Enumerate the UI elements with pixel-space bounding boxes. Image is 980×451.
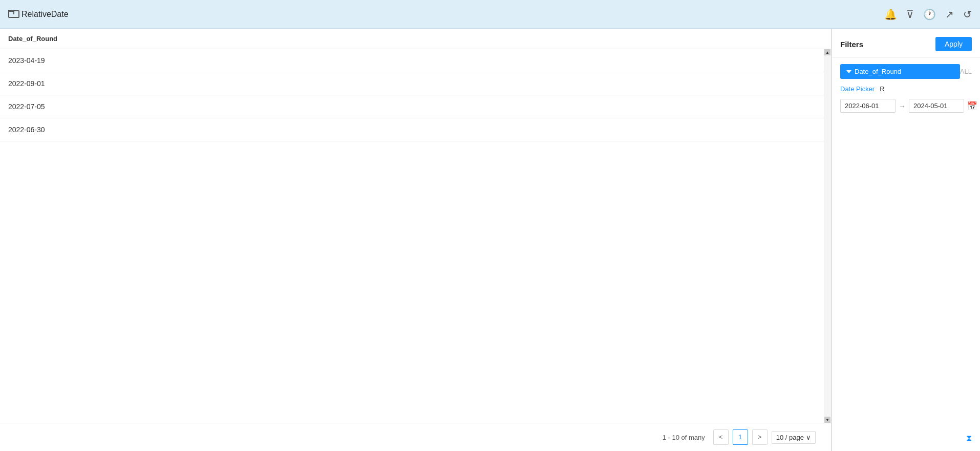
- header-icons: 🔔 ⊽ 🕐 ↗ ↺: [884, 9, 972, 19]
- table-body: 2023-04-19 2022-09-01 2022-07-05 2022-06…: [0, 49, 831, 423]
- table-row: 2022-07-05: [0, 95, 831, 118]
- filter-type-row: Date Picker R: [840, 85, 972, 93]
- apply-button[interactable]: Apply: [935, 37, 972, 51]
- filters-title: Filters: [840, 40, 863, 49]
- vertical-scrollbar[interactable]: ▲ ▼: [824, 49, 831, 423]
- row-value: 2022-09-01: [8, 79, 45, 88]
- main-layout: Date_of_Round 2023-04-19 2022-09-01 2022…: [0, 29, 980, 451]
- export-icon[interactable]: ↗: [945, 9, 954, 19]
- table-area: Date_of_Round 2023-04-19 2022-09-01 2022…: [0, 29, 832, 451]
- clock-icon[interactable]: 🕐: [923, 9, 936, 19]
- filter-category-label: Date_of_Round: [855, 68, 901, 75]
- filters-header: Filters Apply: [832, 29, 980, 58]
- folder-icon: [8, 11, 17, 18]
- date-from-input[interactable]: [840, 99, 896, 113]
- scroll-up-button[interactable]: ▲: [824, 49, 830, 55]
- page-size-selector[interactable]: 10 / page ∨: [772, 431, 816, 444]
- pagination-bar: 1 - 10 of many < 1 > 10 / page ∨: [0, 423, 831, 451]
- filter-category-row: Date_of_Round ALL: [840, 64, 972, 79]
- next-page-button[interactable]: >: [752, 429, 768, 445]
- table-header: Date_of_Round: [0, 29, 831, 49]
- refresh-icon[interactable]: ↺: [963, 9, 972, 19]
- all-link[interactable]: ALL: [960, 68, 972, 75]
- row-value: 2022-07-05: [8, 102, 45, 111]
- column-header-date-of-round: Date_of_Round: [8, 35, 57, 43]
- pagination-info: 1 - 10 of many: [663, 434, 705, 441]
- app-header: RelativeDate 🔔 ⊽ 🕐 ↗ ↺: [0, 0, 980, 29]
- date-to-input[interactable]: [909, 99, 964, 113]
- date-of-round-filter-button[interactable]: Date_of_Round: [840, 64, 960, 79]
- page-size-chevron: ∨: [806, 434, 811, 441]
- relative-label: R: [880, 85, 884, 93]
- hourglass-icon: ⧗: [966, 434, 972, 443]
- prev-page-button[interactable]: <: [713, 429, 729, 445]
- bell-icon[interactable]: 🔔: [884, 9, 897, 19]
- row-value: 2022-06-30: [8, 126, 45, 134]
- app-title: RelativeDate: [22, 10, 69, 19]
- filters-panel: Filters Apply Date_of_Round ALL Date Pic…: [832, 29, 980, 451]
- page-size-label: 10 / page: [776, 434, 804, 441]
- calendar-icon[interactable]: 📅: [967, 101, 977, 111]
- table-row: 2022-09-01: [0, 72, 831, 95]
- page-1-button[interactable]: 1: [733, 429, 748, 445]
- row-value: 2023-04-19: [8, 56, 45, 65]
- table-row: 2022-06-30: [0, 118, 831, 141]
- scroll-down-button[interactable]: ▼: [824, 417, 830, 423]
- date-range-row: → 📅: [840, 99, 972, 113]
- chevron-down-icon: [846, 70, 851, 73]
- date-range-arrow: →: [899, 102, 906, 110]
- header-left: RelativeDate: [8, 10, 69, 19]
- filter-section: Date_of_Round ALL Date Picker R → 📅: [832, 58, 980, 119]
- date-picker-link[interactable]: Date Picker: [840, 85, 875, 93]
- filter-icon[interactable]: ⊽: [906, 9, 914, 19]
- table-row: 2023-04-19: [0, 49, 831, 72]
